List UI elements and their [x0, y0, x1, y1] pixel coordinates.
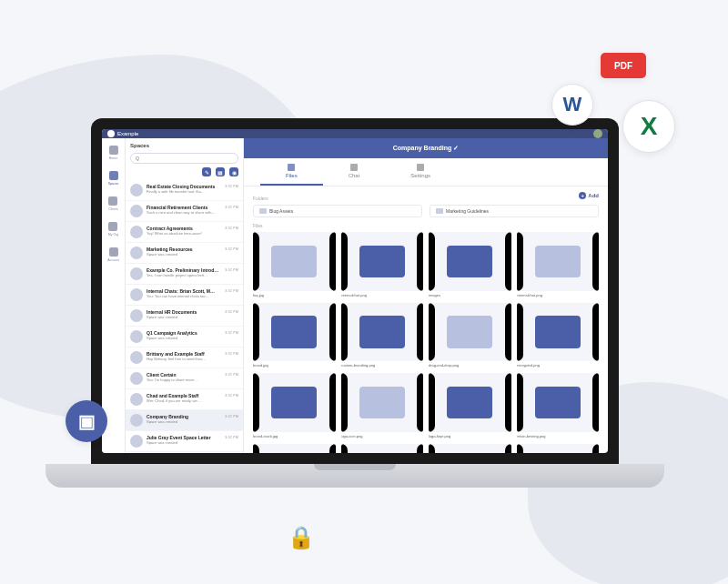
sidebar-item-spaces[interactable]: Spaces: [108, 171, 119, 186]
add-button[interactable]: Add: [579, 192, 599, 199]
file-item[interactable]: brand.jpg: [253, 303, 336, 368]
sidebar-item-account[interactable]: Account: [107, 247, 119, 262]
conversation-item[interactable]: Contract AgreementsYay! What an absolute…: [126, 222, 243, 243]
conversation-item[interactable]: Chad and Example StaffWm: Chad, if you a…: [126, 389, 243, 410]
file-thumbnail: [341, 303, 424, 362]
avatar: [130, 330, 143, 343]
file-item[interactable]: images: [429, 232, 511, 297]
tab-chat[interactable]: Chat: [323, 158, 386, 186]
file-thumbnail: [253, 303, 336, 362]
clients-icon: [108, 196, 117, 206]
word-badge: W: [551, 84, 593, 126]
file-item[interactable]: brand-stock.jpg: [253, 373, 336, 438]
files-section-label: Files: [253, 223, 599, 228]
new-space-button[interactable]: ◉: [229, 167, 238, 176]
settings-icon: [417, 164, 424, 171]
spaces-icon: [109, 171, 118, 180]
avatar: [130, 205, 143, 217]
org-icon: [108, 222, 117, 231]
file-item[interactable]: messaging.png: [253, 444, 336, 453]
search-input[interactable]: [130, 153, 238, 164]
files-icon: [288, 164, 295, 171]
account-icon: [109, 247, 118, 257]
file-item[interactable]: internalchat.png: [341, 232, 424, 297]
avatar: [130, 393, 143, 406]
titlebar: Example: [102, 129, 608, 138]
file-thumbnail: [517, 232, 600, 291]
avatar: [130, 288, 143, 301]
file-thumbnail: [253, 232, 336, 291]
conversations-header: Spaces: [130, 143, 149, 148]
sidebar-item-home[interactable]: Home: [109, 146, 118, 160]
home-icon: [109, 146, 118, 155]
file-thumbnail: [517, 373, 600, 432]
conversation-item[interactable]: Real Estate Closing DocumentsFinally a s…: [126, 180, 243, 201]
user-avatar[interactable]: [593, 129, 602, 138]
file-thumbnail: [341, 232, 424, 291]
file-thumbnail: [429, 373, 511, 432]
app-name: Example: [117, 131, 138, 136]
avatar: [130, 435, 143, 448]
space-title: Company Branding ✓: [244, 138, 608, 158]
avatar: [130, 247, 143, 259]
avatar: [130, 372, 143, 385]
file-item[interactable]: logo-icon.png: [341, 373, 424, 438]
avatar: [130, 226, 143, 238]
tab-settings[interactable]: Settings: [385, 158, 456, 186]
file-item[interactable]: custom-branding.png: [341, 303, 424, 368]
file-item[interactable]: faq.jpg: [253, 232, 336, 297]
conversation-item[interactable]: Q1 Campaign AnalyticsSpace was created3:…: [126, 327, 243, 347]
folder-item[interactable]: Blog Assets: [253, 205, 422, 217]
new-folder-button[interactable]: ▦: [216, 167, 225, 176]
file-thumbnail: [517, 444, 600, 453]
file-thumbnail: [341, 373, 424, 432]
file-thumbnail: [253, 444, 336, 453]
sidebar-item-org[interactable]: My Org: [108, 222, 118, 237]
app-logo-icon: [107, 130, 115, 137]
file-item[interactable]: retain-besting.png: [517, 373, 600, 438]
avatar: [130, 309, 143, 322]
file-item[interactable]: secure.png: [517, 444, 600, 453]
image-badge: ▣: [66, 400, 107, 442]
folder-item[interactable]: Marketing Guidelines: [430, 205, 599, 217]
conversation-item[interactable]: Company BrandingSpace was created3:32 PM: [126, 410, 243, 431]
sidebar-item-clients[interactable]: Clients: [108, 196, 118, 211]
conversation-item[interactable]: Brittany and Example StaffHey Brittany, …: [126, 347, 243, 368]
laptop-mockup: Example HomeSpacesClientsMy OrgAccount S…: [91, 118, 664, 488]
file-item[interactable]: logo-foye.png: [429, 373, 511, 438]
conversation-item[interactable]: Julie Gray Event Space LetterSpace was c…: [126, 431, 243, 452]
file-thumbnail: [517, 303, 600, 362]
laptop-base: [46, 464, 664, 488]
file-item[interactable]: encrypted.png: [517, 303, 600, 368]
file-item[interactable]: drag-and-drop.png: [429, 303, 511, 368]
avatar: [130, 267, 143, 280]
avatar: [130, 414, 143, 427]
conversation-item[interactable]: Financial Retirement ClientsSuch a nice …: [126, 201, 243, 222]
conversation-item[interactable]: Marketing ResourcesSpace was created3:32…: [126, 243, 243, 264]
conversation-item[interactable]: Example Co. Preliminary Introduc…Yes, I …: [126, 264, 243, 285]
file-item[interactable]: share.png: [341, 444, 424, 453]
file-thumbnail: [341, 444, 424, 453]
file-thumbnail: [429, 232, 511, 291]
file-thumbnail: [429, 303, 511, 362]
pdf-badge: PDF: [601, 53, 646, 78]
conversation-item[interactable]: PreliminarySpace was created3:32 PM: [126, 452, 243, 453]
compose-button[interactable]: ✎: [202, 167, 211, 176]
file-item[interactable]: internalchat.png: [517, 232, 600, 297]
conversation-item[interactable]: Internal Chats: Brian Scott, M…You: You …: [126, 285, 243, 306]
file-thumbnail: [429, 444, 511, 453]
file-thumbnail: [253, 373, 336, 432]
chat-icon: [350, 164, 358, 171]
conversation-item[interactable]: Internal HR DocumentsSpace was created3:…: [126, 306, 243, 327]
conversation-item[interactable]: Client CertainYou: I'm happy to share mo…: [126, 368, 243, 389]
lock-icon: 🔒: [280, 517, 322, 559]
tab-files[interactable]: Files: [260, 158, 323, 186]
folders-section-label: Folders: [253, 196, 599, 201]
file-item[interactable]: shield.png: [429, 444, 511, 453]
avatar: [130, 351, 143, 364]
avatar: [130, 184, 143, 196]
excel-badge: X: [622, 100, 675, 153]
